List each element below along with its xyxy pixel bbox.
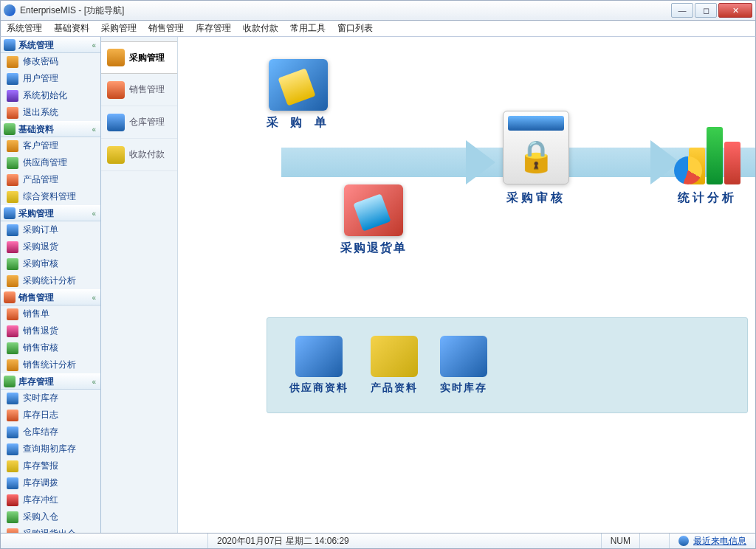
node-label: 采 购 单: [267, 115, 331, 131]
chevron-up-icon: «: [92, 41, 96, 49]
menu-system[interactable]: 系统管理: [1, 21, 48, 36]
sidebar-group-stock[interactable]: 库存管理 «: [1, 373, 100, 390]
sidebar-item-sales-audit[interactable]: 销售审核: [1, 339, 100, 356]
exit-icon: [7, 107, 18, 119]
quick-supplier-info[interactable]: 供应商资料: [289, 336, 348, 395]
close-button[interactable]: ✕: [718, 3, 752, 18]
reverse-icon: [7, 494, 18, 506]
key-icon: [7, 56, 18, 68]
arrowhead-icon: [466, 140, 495, 184]
folder-red-icon: [344, 184, 403, 236]
book-icon: [295, 336, 343, 377]
balance-icon: [7, 427, 18, 438]
tab-sales[interactable]: 销售管理: [101, 74, 177, 106]
status-num: NUM: [601, 534, 639, 548]
app-icon: [4, 4, 16, 16]
sidebar-item-stock-reverse[interactable]: 库存冲红: [1, 491, 100, 508]
menu-payment[interactable]: 收款付款: [237, 21, 284, 36]
menu-basic[interactable]: 基础资料: [48, 21, 95, 36]
folder-blue-icon: [269, 59, 328, 111]
phone-icon: [678, 536, 689, 546]
tab-warehouse-icon: [107, 114, 125, 131]
box-icon: [7, 174, 18, 186]
sidebar-group-label: 库存管理: [18, 376, 54, 388]
sidebar-item-realtime-stock[interactable]: 实时库存: [1, 390, 100, 407]
sidebar-item-purchase-return[interactable]: 采购退货: [1, 238, 100, 255]
search-icon: [7, 443, 18, 455]
sidebar-item-purchase-stats[interactable]: 采购统计分析: [1, 272, 100, 289]
folder-blue-icon: [440, 336, 487, 377]
folder-icon: [7, 191, 18, 203]
quick-links-panel: 供应商资料 产品资料 实时库存: [267, 317, 748, 413]
menu-sales[interactable]: 销售管理: [142, 21, 190, 36]
status-datetime: 2020年01月07日 星期二 14:06:29: [207, 534, 358, 548]
menu-stock[interactable]: 库存管理: [190, 21, 237, 36]
tab-warehouse[interactable]: 仓库管理: [101, 106, 177, 139]
sidebar-group-system[interactable]: 系统管理 «: [1, 37, 100, 53]
sidebar-group-purchase[interactable]: 采购管理 «: [1, 205, 100, 221]
tab-purchase-icon: [107, 49, 125, 66]
sidebar-item-suppliers[interactable]: 供应商管理: [1, 154, 100, 171]
sidebar-item-products[interactable]: 产品管理: [1, 171, 100, 188]
sidebar-group-label: 系统管理: [18, 39, 54, 52]
bar-chart-icon: [674, 118, 740, 184]
node-purchase-order[interactable]: 采 购 单: [267, 59, 331, 131]
cash-icon: [4, 291, 16, 303]
chevron-up-icon: «: [92, 378, 96, 386]
tab-payment-icon: [107, 146, 125, 164]
sidebar-item-stock-log[interactable]: 库存日志: [1, 407, 100, 424]
status-recent-calls[interactable]: 最近来电信息: [669, 534, 755, 548]
outbound-icon: [7, 528, 18, 534]
sidebar-item-change-password[interactable]: 修改密码: [1, 53, 100, 70]
chevron-up-icon: «: [92, 210, 96, 218]
status-bar: 2020年01月07日 星期二 14:06:29 NUM 最近来电信息: [0, 533, 756, 549]
document-icon: [7, 224, 18, 236]
window-title: EnterpriseMIS - [功能导航]: [20, 4, 124, 17]
menu-bar: 系统管理 基础资料 采购管理 销售管理 库存管理 收款付款 常用工具 窗口列表: [0, 21, 756, 37]
tab-purchase[interactable]: 采购管理: [101, 41, 177, 74]
sidebar-item-initial-stock[interactable]: 查询期初库存: [1, 441, 100, 458]
sidebar-item-purchase-in[interactable]: 采购入仓: [1, 508, 100, 525]
quick-realtime-stock[interactable]: 实时库存: [440, 336, 487, 395]
sidebar-item-exit[interactable]: 退出系统: [1, 104, 100, 121]
sidebar-item-purchase-order[interactable]: 采购订单: [1, 221, 100, 238]
menu-purchase[interactable]: 采购管理: [95, 21, 142, 36]
node-purchase-audit[interactable]: 采购审核: [503, 111, 569, 206]
sidebar-group-basic[interactable]: 基础资料 «: [1, 121, 100, 137]
sidebar-item-sales-return[interactable]: 销售退货: [1, 322, 100, 339]
sidebar-item-purchase-return-out[interactable]: 采购退货出仓: [1, 525, 100, 533]
document-icon: [7, 308, 18, 320]
documents-icon: [4, 123, 16, 135]
sidebar-group-sales[interactable]: 销售管理 «: [1, 289, 100, 305]
inbound-icon: [7, 511, 18, 523]
sidebar-item-stock-alarm[interactable]: 库存警报: [1, 458, 100, 474]
sidebar-item-stock-balance[interactable]: 仓库结存: [1, 424, 100, 441]
node-purchase-return[interactable]: 采购退货单: [340, 184, 407, 256]
quick-product-info[interactable]: 产品资料: [371, 336, 418, 395]
check-icon: [7, 258, 18, 270]
menu-tools[interactable]: 常用工具: [284, 21, 331, 36]
node-label: 采购审核: [503, 190, 569, 206]
chevron-up-icon: «: [92, 125, 96, 134]
wrench-icon: [7, 90, 18, 102]
node-stats[interactable]: 统计分析: [674, 118, 740, 206]
sidebar-item-sales-order[interactable]: 销售单: [1, 305, 100, 322]
menu-windows[interactable]: 窗口列表: [331, 21, 379, 36]
sidebar-group-label: 采购管理: [18, 207, 54, 220]
maximize-button[interactable]: ◻: [695, 3, 717, 18]
sidebar-group-label: 销售管理: [18, 291, 54, 304]
sidebar-item-sales-stats[interactable]: 销售统计分析: [1, 356, 100, 373]
sidebar-item-users[interactable]: 用户管理: [1, 70, 100, 87]
cart-icon: [4, 207, 16, 219]
sidebar-item-purchase-audit[interactable]: 采购审核: [1, 255, 100, 272]
sidebar-item-init[interactable]: 系统初始化: [1, 87, 100, 104]
sidebar-item-stock-transfer[interactable]: 库存调拨: [1, 474, 100, 491]
minimize-button[interactable]: —: [671, 3, 693, 18]
warehouse-icon: [4, 376, 16, 387]
notes-icon: [371, 336, 418, 377]
tab-payment[interactable]: 收款付款: [101, 139, 177, 171]
sidebar: 系统管理 « 修改密码 用户管理 系统初始化 退出系统 基础资料 « 客户管理 …: [1, 37, 101, 533]
users-icon: [7, 73, 18, 85]
sidebar-item-customers[interactable]: 客户管理: [1, 137, 100, 154]
sidebar-item-comprehensive[interactable]: 综合资料管理: [1, 188, 100, 205]
